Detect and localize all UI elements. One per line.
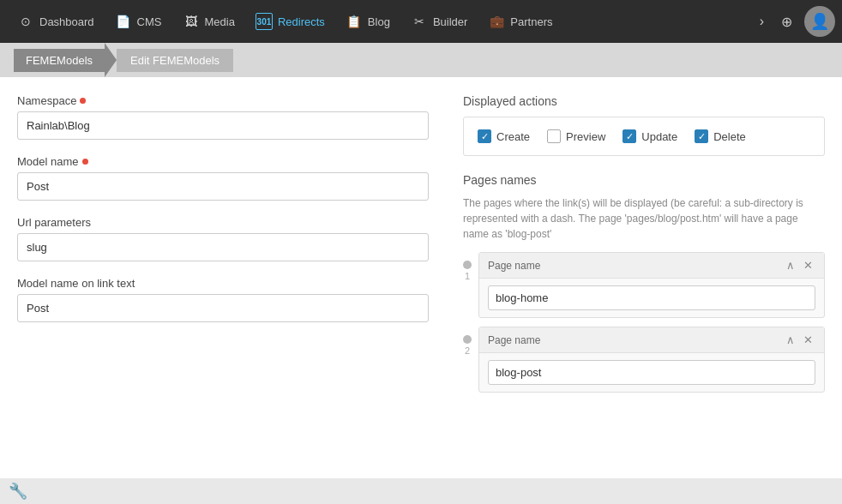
nav-item-dashboard[interactable]: ⊙ Dashboard (7, 0, 105, 43)
nav-avatar[interactable]: 👤 (804, 6, 835, 37)
checkbox-delete-label: Delete (713, 130, 746, 143)
top-navigation: ⊙ Dashboard 📄 CMS 🖼 Media 301 Redirects … (0, 0, 842, 43)
nav-more-button[interactable]: › (751, 14, 773, 29)
checkbox-create-label: Create (496, 130, 530, 143)
page-num-2: 2 (465, 345, 470, 356)
nav-label-blog: Blog (368, 15, 390, 28)
page-card-1-input[interactable] (488, 285, 815, 310)
page-card-2-input[interactable] (488, 360, 815, 385)
checkbox-preview-label: Preview (566, 130, 605, 143)
blog-icon: 📋 (346, 13, 363, 30)
checkbox-create-box[interactable] (478, 129, 491, 143)
page-card-wrapper-2: 2 Page name ∧ ✕ (463, 327, 825, 393)
namespace-input[interactable] (17, 111, 429, 140)
nav-label-media: Media (205, 15, 235, 28)
page-num-col-2: 2 (463, 327, 472, 356)
nav-item-cms[interactable]: 📄 CMS (105, 0, 172, 43)
page-card-1-header: Page name ∧ ✕ (479, 253, 824, 279)
page-card-1-body (479, 279, 824, 317)
redirects-icon: 301 (256, 13, 273, 30)
model-name-field-group: Model name (17, 155, 429, 201)
partners-icon: 💼 (488, 13, 505, 30)
link-text-label: Model name on link text (17, 277, 429, 290)
main-content: Namespace Model name Url parameters Mode… (0, 77, 842, 504)
right-column: Displayed actions Create Preview Update … (463, 94, 825, 487)
page-num-col-1: 1 (463, 252, 472, 281)
model-name-label: Model name (17, 155, 429, 168)
nav-item-redirects[interactable]: 301 Redirects (245, 0, 335, 43)
left-column: Namespace Model name Url parameters Mode… (17, 94, 429, 487)
checkbox-update-box[interactable] (622, 129, 636, 143)
actions-box: Create Preview Update Delete (463, 117, 825, 156)
nav-label-partners: Partners (510, 15, 552, 28)
page-card-2: Page name ∧ ✕ (478, 327, 825, 393)
page-card-1-close-button[interactable]: ✕ (801, 258, 815, 273)
namespace-label: Namespace (17, 94, 429, 107)
breadcrumb-parent[interactable]: FEMEModels (14, 49, 105, 72)
nav-item-blog[interactable]: 📋 Blog (335, 0, 400, 43)
checkbox-preview-box[interactable] (547, 129, 561, 143)
status-bar: 🔧 (0, 478, 842, 504)
namespace-field-group: Namespace (17, 94, 429, 140)
dashboard-icon: ⊙ (17, 13, 34, 30)
namespace-required (80, 98, 86, 104)
page-card-1-up-button[interactable]: ∧ (784, 258, 797, 273)
nav-item-partners[interactable]: 💼 Partners (478, 0, 562, 43)
page-card-1-actions: ∧ ✕ (784, 258, 815, 273)
status-icon: 🔧 (9, 482, 27, 501)
url-params-field-group: Url parameters (17, 216, 429, 261)
checkbox-delete-box[interactable] (695, 129, 708, 143)
url-params-label: Url parameters (17, 216, 429, 229)
page-dot-1 (463, 261, 472, 269)
media-icon: 🖼 (183, 13, 200, 30)
pages-description: The pages where the link(s) will be disp… (463, 195, 825, 242)
model-name-required (82, 159, 88, 165)
page-dot-2 (463, 335, 472, 344)
page-card-1-title: Page name (488, 260, 540, 272)
nav-item-media[interactable]: 🖼 Media (172, 0, 245, 43)
cms-icon: 📄 (115, 13, 132, 30)
checkbox-preview[interactable]: Preview (547, 129, 605, 143)
page-num-1: 1 (465, 271, 470, 281)
page-card-2-body (479, 353, 824, 392)
page-card-1: Page name ∧ ✕ (478, 252, 825, 318)
link-text-field-group: Model name on link text (17, 277, 429, 322)
page-card-2-actions: ∧ ✕ (784, 333, 815, 347)
breadcrumb-separator (105, 43, 117, 77)
breadcrumb: FEMEModels Edit FEMEModels (0, 43, 842, 77)
link-text-input[interactable] (17, 294, 429, 322)
nav-label-dashboard: Dashboard (39, 15, 94, 28)
pages-section-title: Pages names (463, 173, 825, 187)
checkbox-update-label: Update (641, 130, 677, 143)
checkbox-delete[interactable]: Delete (695, 129, 746, 143)
page-card-2-header: Page name ∧ ✕ (479, 327, 824, 353)
breadcrumb-current: Edit FEMEModels (117, 49, 233, 72)
builder-icon: ✂ (411, 13, 428, 30)
page-card-wrapper-1: 1 Page name ∧ ✕ (463, 252, 825, 318)
actions-section-title: Displayed actions (463, 94, 825, 108)
url-params-input[interactable] (17, 233, 429, 261)
page-card-2-title: Page name (488, 334, 540, 346)
checkbox-create[interactable]: Create (478, 129, 530, 143)
checkbox-update[interactable]: Update (622, 129, 677, 143)
nav-label-builder: Builder (433, 15, 467, 28)
nav-label-cms: CMS (137, 15, 162, 28)
page-card-2-up-button[interactable]: ∧ (784, 333, 797, 347)
page-card-2-close-button[interactable]: ✕ (801, 333, 815, 347)
nav-item-builder[interactable]: ✂ Builder (400, 0, 478, 43)
nav-label-redirects: Redirects (278, 15, 325, 28)
nav-extra-button[interactable]: ⊕ (773, 14, 801, 30)
model-name-input[interactable] (17, 172, 429, 201)
